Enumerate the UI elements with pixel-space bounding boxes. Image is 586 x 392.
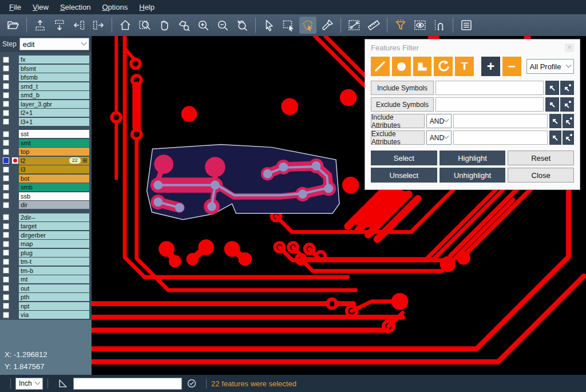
pick-attribute-add-button[interactable]	[563, 130, 574, 145]
exclude-symbols-button[interactable]: Exclude Symbols	[371, 97, 434, 112]
layer-visibility-checkbox[interactable]	[3, 232, 9, 238]
layer-name[interactable]: sst	[19, 130, 89, 138]
highlight-button[interactable]: Highlight	[440, 151, 506, 165]
layer-name[interactable]: smt	[19, 139, 89, 147]
profile-select[interactable]: All Profile	[526, 59, 574, 74]
menu-options[interactable]: Options	[96, 2, 133, 13]
measure-ruler-icon[interactable]	[365, 17, 382, 34]
select-arrow-icon[interactable]	[260, 17, 278, 34]
reset-button[interactable]: Reset	[508, 151, 574, 165]
menu-view[interactable]: View	[27, 2, 54, 13]
pick-attribute-button[interactable]	[549, 130, 561, 145]
select-polygon-icon[interactable]	[299, 17, 316, 34]
close-button[interactable]: Close	[508, 168, 574, 183]
unhighlight-button[interactable]: Unhighlight	[440, 168, 506, 183]
close-icon[interactable]: ×	[565, 43, 574, 52]
layer-visibility-checkbox[interactable]	[3, 223, 9, 229]
layer-name[interactable]: via	[19, 311, 89, 319]
add-filter-button[interactable]: +	[481, 57, 500, 76]
layer-name[interactable]: 2dir--	[19, 213, 89, 221]
view-options-icon[interactable]	[411, 17, 429, 34]
layer-name[interactable]: l2+1	[19, 109, 89, 117]
exclude-symbols-input[interactable]	[435, 97, 544, 112]
open-folder-icon[interactable]	[5, 17, 22, 34]
layer-name[interactable]: top	[19, 148, 89, 156]
sync-check-icon[interactable]	[187, 378, 197, 389]
layer-visibility-checkbox[interactable]	[3, 83, 9, 89]
layer-visibility-checkbox[interactable]	[3, 74, 9, 81]
zoom-window-icon[interactable]	[136, 17, 153, 34]
filter-text-button[interactable]: T	[455, 57, 474, 76]
selection-region[interactable]	[147, 144, 339, 219]
layer-visibility-checkbox[interactable]	[3, 303, 9, 309]
layer-visibility-checkbox[interactable]	[3, 118, 9, 125]
layer-name[interactable]: ssb	[19, 192, 89, 200]
repaint-brush-icon[interactable]	[319, 17, 336, 34]
layer-visibility-checkbox[interactable]	[3, 285, 9, 291]
unselect-button[interactable]: Unselect	[371, 168, 437, 183]
layer-visibility-checkbox[interactable]	[3, 131, 9, 137]
zoom-out-icon[interactable]	[214, 17, 231, 34]
layer-name[interactable]: plug	[19, 249, 89, 257]
layer-visibility-checkbox[interactable]	[3, 92, 9, 98]
pick-attribute-add-button[interactable]	[563, 114, 574, 128]
menu-selection[interactable]: Selection	[54, 2, 96, 13]
menu-help[interactable]: Help	[133, 2, 160, 13]
layer-visibility-checkbox[interactable]	[3, 259, 9, 265]
layer-name[interactable]: bot	[19, 175, 89, 183]
layer-visibility-checkbox[interactable]	[3, 175, 9, 181]
pan-right-icon[interactable]	[90, 17, 107, 34]
layer-name[interactable]: smd_b	[19, 91, 89, 99]
pan-down-icon[interactable]	[51, 17, 68, 34]
pan-left-icon[interactable]	[70, 17, 88, 34]
layer-name[interactable]: pth	[19, 293, 89, 301]
pan-up-icon[interactable]	[31, 17, 49, 34]
layers-panel-icon[interactable]	[458, 17, 475, 34]
layer-name[interactable]: l3+1	[19, 118, 89, 126]
include-attributes-logic-select[interactable]: AND	[426, 114, 452, 128]
filter-arc-button[interactable]	[434, 57, 453, 76]
include-attributes-button[interactable]: Include Attributes	[371, 114, 425, 128]
layer-name[interactable]: target	[19, 222, 89, 230]
layer-visibility-checkbox[interactable]	[3, 57, 9, 63]
dialog-title-bar[interactable]: Features Filter ×	[365, 39, 580, 56]
layer-visibility-checkbox[interactable]	[3, 202, 9, 208]
zoom-in-icon[interactable]	[195, 17, 212, 34]
menu-file[interactable]: File	[3, 2, 27, 13]
layer-name[interactable]: map	[19, 240, 89, 248]
filter-line-button[interactable]	[371, 57, 390, 76]
pick-symbol-button[interactable]	[545, 81, 559, 95]
unit-select[interactable]: Inch	[15, 378, 43, 390]
include-symbols-input[interactable]	[435, 81, 544, 95]
measure-distance-icon[interactable]	[346, 17, 363, 34]
command-input[interactable]	[73, 378, 182, 390]
include-attributes-input[interactable]	[453, 114, 548, 128]
exclude-attributes-input[interactable]	[453, 130, 548, 145]
pick-attribute-button[interactable]	[549, 114, 561, 128]
layer-visibility-checkbox[interactable]	[3, 214, 9, 220]
snap-mode-icon[interactable]	[431, 17, 448, 34]
step-select[interactable]: edit	[19, 38, 89, 50]
exclude-attributes-button[interactable]: Exclude Attributes	[371, 130, 425, 145]
layer-name[interactable]: smb	[19, 183, 89, 191]
layer-name[interactable]: smd_t	[19, 82, 89, 90]
home-view-icon[interactable]	[117, 17, 134, 34]
include-symbols-button[interactable]: Include Symbols	[371, 81, 434, 95]
layer-name[interactable]: fx	[19, 56, 89, 64]
features-filter-icon[interactable]	[392, 17, 409, 34]
layer-visibility-checkbox[interactable]	[3, 250, 9, 256]
layer-name[interactable]: mt	[19, 275, 89, 283]
layer-visibility-checkbox[interactable]	[3, 157, 9, 164]
layer-name[interactable]: dir	[19, 201, 89, 209]
pick-symbol-add-button[interactable]	[560, 97, 574, 112]
layer-name[interactable]: out	[19, 284, 89, 292]
layer-visibility-checkbox[interactable]	[3, 267, 9, 274]
snap-angle-icon[interactable]	[57, 378, 69, 389]
select-button[interactable]: Select	[371, 151, 437, 165]
layer-name[interactable]: bfsmt	[19, 65, 89, 73]
pick-symbol-add-button[interactable]	[560, 81, 574, 95]
layer-visibility-checkbox[interactable]	[3, 276, 9, 283]
pan-hand-icon[interactable]	[156, 17, 173, 34]
zoom-previous-icon[interactable]	[233, 17, 251, 34]
zoom-object-icon[interactable]	[175, 17, 192, 34]
